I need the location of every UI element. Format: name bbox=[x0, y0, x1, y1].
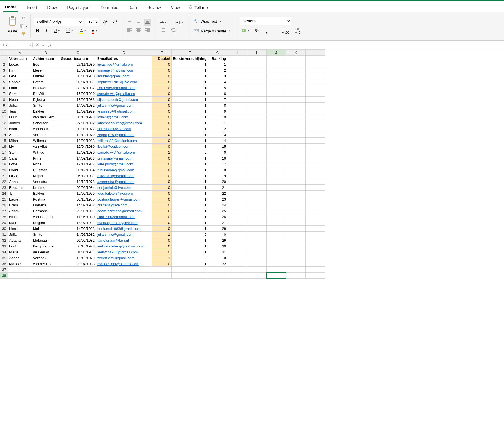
cell-B20[interactable]: Huisman bbox=[32, 167, 60, 173]
cell-A12[interactable]: James bbox=[8, 120, 32, 126]
cell-G28[interactable]: 26 bbox=[208, 214, 227, 220]
cell-D4[interactable]: lmulder@gmail.com bbox=[96, 73, 152, 79]
cell-C23[interactable]: 09/02/1984 bbox=[60, 185, 96, 191]
cell-L9[interactable] bbox=[306, 103, 325, 108]
cell-L4[interactable] bbox=[306, 73, 325, 79]
cell-B22[interactable]: Veenstra bbox=[32, 179, 60, 185]
cell-J18[interactable] bbox=[267, 155, 286, 161]
row-header-8[interactable]: 8 bbox=[0, 97, 8, 103]
cell-F1[interactable]: Eerste verschijning bbox=[172, 56, 208, 61]
cell-B8[interactable]: Dijkstra bbox=[32, 97, 60, 103]
row-header-34[interactable]: 34 bbox=[0, 249, 8, 255]
cell-F23[interactable]: 1 bbox=[172, 185, 208, 191]
cell-L10[interactable] bbox=[306, 108, 325, 114]
cell-G2[interactable]: 1 bbox=[208, 61, 227, 67]
cell-D21[interactable]: o.liviakui@hotmail.com bbox=[96, 173, 152, 179]
cell-J33[interactable] bbox=[267, 243, 286, 249]
column-header-G[interactable]: G bbox=[208, 50, 227, 56]
cell-A11[interactable]: Luuk bbox=[8, 114, 32, 120]
currency-button[interactable]: ▼ bbox=[240, 27, 251, 35]
cell-L23[interactable] bbox=[306, 185, 325, 191]
cell-D33[interactable]: luukvandeberg@hotmail.com bbox=[96, 243, 152, 249]
cell-C14[interactable]: 13/10/1979 bbox=[60, 132, 96, 138]
cell-F31[interactable]: 0 bbox=[172, 232, 208, 237]
cell-L37[interactable] bbox=[306, 267, 325, 273]
cell-K24[interactable] bbox=[286, 191, 306, 196]
cell-C17[interactable]: 15/03/1980 bbox=[60, 149, 96, 155]
cell-E32[interactable]: 0 bbox=[152, 237, 172, 243]
cell-I8[interactable] bbox=[247, 97, 267, 103]
tab-review[interactable]: Review bbox=[146, 3, 163, 12]
cell-F5[interactable]: 1 bbox=[172, 79, 208, 85]
increase-font-button[interactable]: A▴ bbox=[101, 18, 109, 25]
cell-H11[interactable] bbox=[227, 114, 247, 120]
cell-H35[interactable] bbox=[227, 255, 247, 261]
cell-B4[interactable]: Mulder bbox=[32, 73, 60, 79]
cell-K11[interactable] bbox=[286, 114, 306, 120]
cell-F22[interactable]: 1 bbox=[172, 179, 208, 185]
row-header-9[interactable]: 9 bbox=[0, 103, 8, 108]
cell-D26[interactable]: brartens@live.com bbox=[96, 202, 152, 208]
cell-H16[interactable] bbox=[227, 144, 247, 149]
cell-L16[interactable] bbox=[306, 144, 325, 149]
cell-B13[interactable]: van Beek bbox=[32, 126, 60, 132]
cell-I15[interactable] bbox=[247, 138, 267, 144]
cell-K17[interactable] bbox=[286, 149, 306, 155]
cell-A9[interactable]: Julia bbox=[8, 103, 32, 108]
cell-E24[interactable]: 0 bbox=[152, 191, 172, 196]
cell-F21[interactable]: 1 bbox=[172, 173, 208, 179]
cell-H34[interactable] bbox=[227, 249, 247, 255]
cell-F34[interactable]: 1 bbox=[172, 249, 208, 255]
cell-A20[interactable]: Noud bbox=[8, 167, 32, 173]
cell-L38[interactable] bbox=[306, 273, 325, 279]
cell-D32[interactable]: a.molenaar@kpn.nl bbox=[96, 237, 152, 243]
cell-G30[interactable]: 28 bbox=[208, 226, 227, 232]
cell-J22[interactable] bbox=[267, 179, 286, 185]
cell-D1[interactable]: E-mailadres bbox=[96, 56, 152, 61]
wrap-text-button[interactable]: ab Wrap Text ▼ bbox=[192, 18, 233, 25]
cell-A32[interactable]: Agatha bbox=[8, 237, 32, 243]
cell-D2[interactable]: lucas.bos@gmail.com bbox=[96, 61, 152, 67]
row-header-28[interactable]: 28 bbox=[0, 214, 8, 220]
cell-J1[interactable] bbox=[267, 56, 286, 61]
tab-formulas[interactable]: Formulas bbox=[99, 3, 120, 12]
cell-E15[interactable]: 0 bbox=[152, 138, 172, 144]
cell-C5[interactable]: 06/07/1981 bbox=[60, 79, 96, 85]
cell-E28[interactable]: 0 bbox=[152, 214, 172, 220]
cell-C1[interactable]: Geboortedatum bbox=[60, 56, 96, 61]
cell-B14[interactable]: Verbeek bbox=[32, 132, 60, 138]
cell-J2[interactable] bbox=[267, 61, 286, 67]
cell-G34[interactable]: 31 bbox=[208, 249, 227, 255]
cell-H8[interactable] bbox=[227, 97, 247, 103]
cell-A33[interactable]: Luuk bbox=[8, 243, 32, 249]
cell-K12[interactable] bbox=[286, 120, 306, 126]
cell-I37[interactable] bbox=[247, 267, 267, 273]
cell-E18[interactable]: 0 bbox=[152, 155, 172, 161]
cell-B31[interactable]: Smits bbox=[32, 232, 60, 237]
cell-D15[interactable]: millems83@outlook.com bbox=[96, 138, 152, 144]
show-formatting-button[interactable]: →¶ ▼ bbox=[173, 19, 185, 26]
cell-K35[interactable] bbox=[286, 255, 306, 261]
cell-B9[interactable]: Smits bbox=[32, 103, 60, 108]
cell-K27[interactable] bbox=[286, 208, 306, 214]
cell-G23[interactable]: 21 bbox=[208, 185, 227, 191]
cell-F7[interactable]: 1 bbox=[172, 91, 208, 97]
row-header-29[interactable]: 29 bbox=[0, 220, 8, 226]
row-header-7[interactable]: 7 bbox=[0, 91, 8, 97]
cell-D24[interactable]: tess.bakker@live.com bbox=[96, 191, 152, 196]
cell-I35[interactable] bbox=[247, 255, 267, 261]
cell-L20[interactable] bbox=[306, 167, 325, 173]
cell-C32[interactable]: 06/02/1982 bbox=[60, 237, 96, 243]
cell-A4[interactable]: Levi bbox=[8, 73, 32, 79]
cell-B16[interactable]: van Vliet bbox=[32, 144, 60, 149]
cell-J3[interactable] bbox=[267, 67, 286, 73]
cell-C28[interactable]: 11/06/1980 bbox=[60, 214, 96, 220]
cell-C16[interactable]: 12/04/1980 bbox=[60, 144, 96, 149]
cell-E4[interactable]: 0 bbox=[152, 73, 172, 79]
cell-G37[interactable] bbox=[208, 267, 227, 273]
cell-I22[interactable] bbox=[247, 179, 267, 185]
cell-E35[interactable]: 1 bbox=[152, 255, 172, 261]
cell-C33[interactable]: 03/10/1978 bbox=[60, 243, 96, 249]
cell-A19[interactable]: Lotte bbox=[8, 161, 32, 167]
cell-L35[interactable] bbox=[306, 255, 325, 261]
